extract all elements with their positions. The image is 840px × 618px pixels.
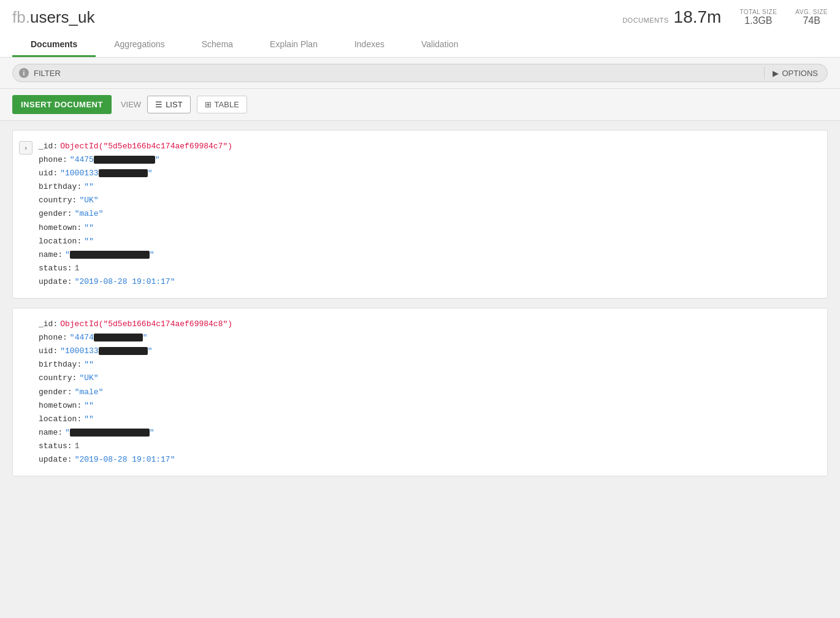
- docs-stat: DOCUMENTS 18.7m: [622, 7, 721, 27]
- field-location: location: "": [39, 413, 818, 426]
- action-bar: INSERT DOCUMENT VIEW ☰ LIST ⊞ TABLE: [0, 89, 840, 121]
- field-phone: phone: "4474 ": [39, 331, 818, 345]
- field-location: location: "": [39, 235, 818, 248]
- filter-toolbar: i FILTER ▶ OPTIONS: [0, 58, 840, 89]
- title-name: users_uk: [30, 8, 95, 26]
- list-icon: ☰: [155, 100, 162, 109]
- stats-area: DOCUMENTS 18.7m TOTAL SIZE 1.3GB AVG. SI…: [622, 7, 828, 27]
- insert-document-button[interactable]: INSERT DOCUMENT: [12, 95, 112, 114]
- document-card: _id: ObjectId("5d5eb166b4c174aef69984c8"…: [12, 308, 828, 476]
- field-phone: phone: "4475 ": [39, 153, 818, 167]
- table-label: TABLE: [215, 100, 239, 109]
- options-arrow-icon: ▶: [773, 69, 779, 78]
- total-size-value: 1.3GB: [744, 15, 772, 26]
- options-button[interactable]: ▶ OPTIONS: [769, 69, 821, 78]
- tab-explain-plan[interactable]: Explain Plan: [251, 33, 336, 57]
- field-name: name: " ": [39, 426, 818, 440]
- docs-value: 18.7m: [674, 7, 722, 27]
- field-birthday: birthday: "": [39, 180, 818, 194]
- field-country: country: "UK": [39, 372, 818, 385]
- field-status: status: 1: [39, 262, 818, 275]
- field-country: country: "UK": [39, 194, 818, 207]
- field-id: _id: ObjectId("5d5eb166b4c174aef69984c7"…: [39, 140, 818, 153]
- filter-bar: i FILTER ▶ OPTIONS: [12, 64, 828, 82]
- tab-documents[interactable]: Documents: [12, 33, 96, 57]
- header-top: fb.users_uk DOCUMENTS 18.7m TOTAL SIZE 1…: [12, 7, 828, 33]
- expand-icon: ›: [25, 144, 27, 151]
- tabs: Documents Aggregations Schema Explain Pl…: [12, 33, 828, 57]
- field-hometown: hometown: "": [39, 221, 818, 235]
- field-update: update: "2019-08-28 19:01:17": [39, 453, 818, 467]
- tab-schema[interactable]: Schema: [183, 33, 251, 57]
- field-birthday: birthday: "": [39, 358, 818, 372]
- docs-label: DOCUMENTS: [622, 17, 668, 24]
- collection-title: fb.users_uk: [12, 8, 94, 27]
- doc-inner: _id: ObjectId("5d5eb166b4c174aef69984c8"…: [19, 318, 818, 467]
- doc-fields: _id: ObjectId("5d5eb166b4c174aef69984c7"…: [39, 140, 818, 289]
- total-size-label: TOTAL SIZE: [739, 9, 777, 15]
- list-view-button[interactable]: ☰ LIST: [147, 96, 190, 113]
- field-gender: gender: "male": [39, 207, 818, 221]
- filter-input[interactable]: [66, 69, 760, 78]
- title-prefix: fb.: [12, 8, 30, 26]
- field-uid: uid: "1000133 ": [39, 345, 818, 358]
- field-hometown: hometown: "": [39, 399, 818, 413]
- table-icon: ⊞: [205, 100, 212, 109]
- total-size-stat: TOTAL SIZE 1.3GB: [739, 9, 777, 26]
- filter-info-icon: i: [19, 68, 29, 78]
- document-card: › _id: ObjectId("5d5eb166b4c174aef69984c…: [12, 130, 828, 299]
- filter-separator: [764, 67, 765, 79]
- expand-button[interactable]: ›: [19, 141, 32, 154]
- content-area: › _id: ObjectId("5d5eb166b4c174aef69984c…: [0, 121, 840, 550]
- avg-size-stat: AVG. SIZE 74B: [795, 9, 828, 26]
- filter-label: FILTER: [34, 69, 61, 78]
- field-uid: uid: "1000133 ": [39, 167, 818, 180]
- options-label: OPTIONS: [782, 69, 818, 78]
- view-label: VIEW: [121, 100, 141, 109]
- header: fb.users_uk DOCUMENTS 18.7m TOTAL SIZE 1…: [0, 0, 840, 58]
- field-gender: gender: "male": [39, 386, 818, 399]
- doc-inner: › _id: ObjectId("5d5eb166b4c174aef69984c…: [19, 140, 818, 289]
- field-update: update: "2019-08-28 19:01:17": [39, 275, 818, 289]
- field-status: status: 1: [39, 440, 818, 453]
- avg-size-value: 74B: [803, 15, 820, 26]
- doc-fields: _id: ObjectId("5d5eb166b4c174aef69984c8"…: [19, 318, 818, 467]
- list-label: LIST: [166, 100, 182, 109]
- tab-validation[interactable]: Validation: [403, 33, 476, 57]
- tab-indexes[interactable]: Indexes: [336, 33, 403, 57]
- field-id: _id: ObjectId("5d5eb166b4c174aef69984c8"…: [39, 318, 818, 331]
- table-view-button[interactable]: ⊞ TABLE: [197, 96, 247, 113]
- avg-size-label: AVG. SIZE: [795, 9, 828, 15]
- tab-aggregations[interactable]: Aggregations: [96, 33, 183, 57]
- field-name: name: " ": [39, 248, 818, 262]
